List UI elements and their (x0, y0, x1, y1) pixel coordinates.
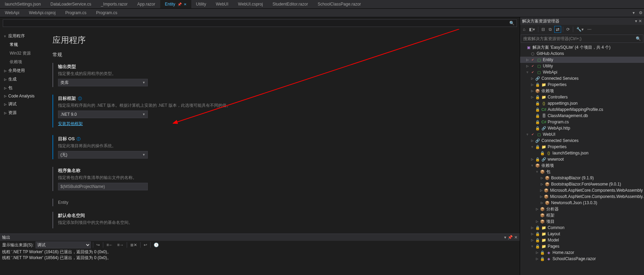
expand-toggle-icon[interactable]: ▷ (540, 176, 544, 180)
expand-toggle-icon[interactable]: ▷ (535, 251, 539, 254)
dropdown-icon[interactable]: ▾ (504, 235, 506, 240)
tree-node[interactable]: ▿📦依赖项 (520, 162, 644, 169)
tree-node[interactable]: ▷📦分析器 (520, 206, 644, 212)
sidenav-group[interactable]: ▷资源 (0, 108, 48, 117)
document-tab[interactable]: Program.cs (60, 9, 91, 17)
expand-toggle-icon[interactable]: ▿ (530, 164, 534, 167)
refresh-icon[interactable]: ⟳ (565, 26, 571, 32)
output-type-select[interactable]: 类库 ▼ (58, 79, 148, 86)
tree-node[interactable]: ◌GitHub Actions (520, 50, 644, 57)
sidenav-item[interactable]: 常规 (0, 40, 48, 49)
tree-node[interactable]: 🔒{}appsettings.json (520, 100, 644, 106)
info-icon[interactable]: ⓘ (78, 96, 82, 101)
back-icon[interactable]: ⊟ (540, 26, 546, 32)
tree-node[interactable]: ▷🔒◈Home.razor (520, 249, 644, 256)
expand-toggle-icon[interactable]: ▿ (530, 245, 534, 248)
output-source-select[interactable]: 调试 (36, 241, 91, 248)
dropdown-icon[interactable]: ▾ (635, 19, 637, 23)
close-icon[interactable]: ✕ (184, 2, 186, 6)
tree-node[interactable]: ▣解决方案 'EasySQLite' (4 个项目，共 4 个) (520, 44, 644, 50)
expand-toggle-icon[interactable]: ▿ (526, 133, 529, 136)
tree-node[interactable]: ▷🔒📁Properties (520, 82, 644, 88)
sidenav-group[interactable]: ▷全局使用 (0, 66, 48, 75)
expand-toggle-icon[interactable]: ▷ (530, 232, 534, 236)
expand-toggle-icon[interactable]: ▷ (530, 95, 534, 99)
properties-search-input[interactable] (5, 20, 508, 26)
timestamp-icon[interactable]: 🕓 (153, 243, 160, 247)
install-frameworks-link[interactable]: 安装其他框架 (58, 121, 83, 127)
expand-toggle-icon[interactable]: ▷ (530, 158, 534, 161)
document-tab[interactable]: WebApi (0, 9, 24, 17)
tree-node[interactable]: ▿📦包 (520, 169, 644, 175)
document-tab[interactable]: WebUI.csproj (233, 0, 268, 8)
expand-toggle-icon[interactable]: ▷ (535, 257, 539, 260)
tree-node[interactable]: ▿🔒📁Properties (520, 144, 644, 150)
tree-node[interactable]: ▷📦项目 (520, 218, 644, 225)
expand-toggle-icon[interactable]: ▷ (530, 77, 534, 80)
more-icon[interactable]: ⋯ (586, 26, 593, 32)
close-icon[interactable]: ✕ (514, 235, 518, 240)
target-framework-select[interactable]: .NET 9.0 ▼ (58, 111, 148, 118)
sidenav-group[interactable]: ▷Code Analysis (0, 92, 48, 100)
tree-node[interactable]: ▷🔒◈SchoolClassPage.razor (520, 256, 644, 262)
expand-toggle-icon[interactable]: ▷ (530, 226, 534, 229)
solution-explorer-search[interactable]: 搜索解决方案资源管理器(Ctrl+;) 🔍 (521, 35, 643, 43)
document-tab[interactable]: Utility (191, 0, 211, 8)
expand-toggle-icon[interactable]: ▷ (530, 83, 534, 86)
assembly-name-input[interactable]: $(MSBuildProjectName) (58, 183, 148, 190)
sidenav-group[interactable]: ▷生成 (0, 75, 48, 84)
tree-node[interactable]: ▿✔▢WebApi (520, 69, 644, 75)
tree-node[interactable]: ▷🔒📁Controllers (520, 94, 644, 100)
document-tab[interactable]: StudentEditor.razor (268, 0, 313, 8)
tree-node[interactable]: ▷🔒📁Layout (520, 231, 644, 237)
tree-node[interactable]: 🔒🔗WebApi.http (520, 125, 644, 131)
tree-node[interactable]: ▷📦BootstrapBlazor (9.1.9) (520, 175, 644, 181)
properties-search-box[interactable]: 🔍 (3, 19, 517, 27)
home-icon[interactable]: ⌂ (521, 26, 527, 32)
tree-node[interactable]: ▷🔒📁Model (520, 237, 644, 243)
tree-node[interactable]: 🔒C#AutoMapperMappingProfile.cs (520, 106, 644, 113)
expand-toggle-icon[interactable]: ▷ (526, 64, 529, 68)
expand-toggle-icon[interactable]: ▷ (526, 58, 529, 61)
tree-node[interactable]: ▷📦Newtonsoft.Json (13.0.3) (520, 200, 644, 206)
info-icon[interactable]: ⓘ (77, 137, 80, 141)
tree-node[interactable]: ▿✔▢WebUI (520, 131, 644, 138)
tree-node[interactable]: 📦框架 (520, 212, 644, 218)
document-tab[interactable]: WebUI (211, 0, 233, 8)
next-icon[interactable]: ≡→ (116, 243, 125, 247)
document-tab[interactable]: SchoolClassPage.razor (313, 0, 366, 8)
expand-toggle-icon[interactable]: ▷ (530, 238, 534, 242)
tree-node[interactable]: 🔒🗄ClassManagement.db (520, 113, 644, 119)
target-os-select[interactable]: (无) ▼ (58, 151, 148, 159)
document-tab[interactable]: DataLoaderService.cs (46, 0, 96, 8)
document-tab[interactable]: launchSettings.json (0, 0, 46, 8)
expand-toggle-icon[interactable]: ▷ (540, 189, 542, 192)
sync-active-doc-icon[interactable]: ⇄ (554, 26, 561, 33)
wrench-icon[interactable]: 🔧▾ (575, 26, 585, 32)
solution-tree[interactable]: ▣解决方案 'EasySQLite' (4 个项目，共 4 个)◌GitHub … (520, 44, 644, 275)
goto-icon[interactable]: ↪ (95, 243, 101, 247)
tree-node[interactable]: ▷🔒📁Common (520, 225, 644, 231)
pin-icon[interactable]: 📌 (508, 235, 513, 240)
overflow-dropdown-icon[interactable]: ▾ (630, 9, 637, 17)
expand-toggle-icon[interactable]: ▷ (530, 139, 534, 142)
tree-node[interactable]: 🔒{}launchSettings.json (520, 150, 644, 156)
output-body[interactable]: 线程 '.NET TP Worker' (19416) 已退出，返回值为 0 (… (0, 249, 520, 275)
expand-toggle-icon[interactable]: ▿ (526, 70, 529, 74)
tree-node[interactable]: ▷🔗Connected Services (520, 138, 644, 144)
tree-node[interactable]: ▷✔▢Entity (520, 57, 644, 63)
prev-icon[interactable]: ≡← (105, 243, 114, 247)
sidenav-group[interactable]: ▷包 (0, 84, 48, 92)
sidenav-group[interactable]: ▷调试 (0, 100, 48, 108)
switch-views-icon[interactable]: ◧▾ (528, 26, 536, 32)
tree-node[interactable]: ▷🔗Connected Services (520, 75, 644, 82)
sidenav-item[interactable]: Win32 资源 (0, 49, 48, 58)
sidenav-group[interactable]: ▿应用程序 (0, 32, 48, 40)
expand-toggle-icon[interactable]: ▷ (535, 220, 539, 223)
wrap-icon[interactable]: ↩ (143, 243, 148, 247)
tree-node[interactable]: ▷📦依赖项 (520, 88, 644, 94)
tree-node[interactable]: 🔒C#Program.cs (520, 119, 644, 125)
document-tab[interactable]: WebApi.csproj (24, 9, 60, 17)
clear-icon[interactable]: ≣✕ (129, 243, 138, 247)
close-icon[interactable]: ✕ (638, 19, 642, 23)
